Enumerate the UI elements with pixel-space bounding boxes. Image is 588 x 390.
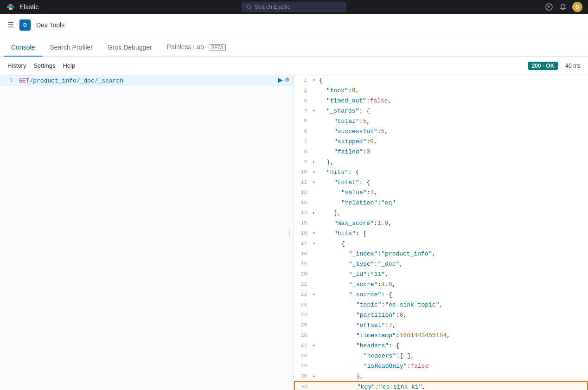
line-number: 10 bbox=[294, 169, 309, 175]
table-row: 1▾{ bbox=[294, 75, 588, 85]
table-row: 29"isReadOnly" : false bbox=[294, 361, 588, 371]
tab-painless-lab[interactable]: Painless Lab BETA bbox=[160, 38, 233, 57]
line-number: 27 bbox=[294, 343, 309, 348]
elastic-logo-area[interactable]: Elastic bbox=[6, 2, 38, 12]
table-row: 4▾"_shards" : { bbox=[294, 106, 588, 116]
beta-badge: BETA bbox=[209, 44, 226, 51]
table-row: 3"timed_out" : false, bbox=[294, 96, 588, 106]
table-row: 27▾"headers" : { bbox=[294, 340, 588, 351]
main-area: 1 GET /product_info/_doc/_search ▶ ⚙ ⋮ 1… bbox=[0, 75, 588, 390]
line-number: 8 bbox=[294, 149, 309, 154]
collapse-toggle[interactable]: ▾ bbox=[313, 108, 318, 114]
table-row: 15"max_score" : 1.0, bbox=[294, 218, 588, 228]
history-button[interactable]: History bbox=[7, 60, 26, 71]
global-search-bar[interactable]: Search Elastic bbox=[242, 2, 346, 12]
line-number: 6 bbox=[294, 128, 309, 134]
line-number: 22 bbox=[294, 292, 309, 297]
line-number: 30 bbox=[294, 373, 309, 379]
request-path: /product_info/_doc/_search bbox=[29, 77, 123, 84]
table-row: 7"skipped" : 0, bbox=[294, 136, 588, 147]
line-number: 16 bbox=[294, 230, 309, 236]
news-icon[interactable] bbox=[544, 2, 554, 12]
search-icon bbox=[246, 4, 252, 10]
collapse-toggle[interactable]: ▸ bbox=[313, 373, 318, 379]
table-row: 22▾"_source" : { bbox=[294, 289, 588, 300]
table-row: 18"_index" : "product_info", bbox=[294, 249, 588, 259]
elastic-title: Elastic bbox=[19, 3, 38, 11]
line-number: 12 bbox=[294, 190, 309, 195]
line-number: 13 bbox=[294, 200, 309, 205]
line-number: 2 bbox=[294, 88, 309, 93]
tabs-bar: Console Search Profiler Grok Debugger Pa… bbox=[0, 36, 588, 57]
collapse-toggle[interactable]: ▸ bbox=[313, 210, 318, 216]
line-number-1: 1 bbox=[4, 77, 13, 84]
notifications-icon[interactable] bbox=[558, 2, 568, 12]
tab-search-profiler[interactable]: Search Profiler bbox=[42, 39, 100, 57]
line-number: 24 bbox=[294, 312, 309, 318]
table-row: 28"headers" : [ ], bbox=[294, 351, 588, 361]
line-number: 14 bbox=[294, 210, 309, 216]
collapse-toggle[interactable]: ▾ bbox=[313, 343, 318, 348]
dev-tools-app-icon: D bbox=[19, 19, 31, 31]
user-avatar[interactable]: D bbox=[572, 2, 582, 12]
line-number: 5 bbox=[294, 118, 309, 124]
line-number: 17 bbox=[294, 241, 309, 246]
line-number: 26 bbox=[294, 332, 309, 338]
table-row: 16▾"hits" : [ bbox=[294, 228, 588, 238]
http-method: GET bbox=[19, 77, 29, 84]
svg-point-3 bbox=[11, 6, 14, 8]
line-number: 21 bbox=[294, 281, 309, 287]
line-number: 18 bbox=[294, 251, 309, 256]
table-row: 24"partition" : 0, bbox=[294, 310, 588, 320]
collapse-toggle[interactable]: ▾ bbox=[313, 241, 318, 246]
table-row: 8"failed" : 0 bbox=[294, 147, 588, 157]
svg-rect-7 bbox=[548, 6, 549, 6]
table-row: 30▸}, bbox=[294, 371, 588, 381]
collapse-toggle[interactable]: ▾ bbox=[313, 169, 318, 175]
line-number: 11 bbox=[294, 179, 309, 185]
help-button[interactable]: Help bbox=[63, 60, 75, 71]
table-row: 20"_id" : "11", bbox=[294, 269, 588, 279]
line-number: 25 bbox=[294, 322, 309, 328]
line-number: 7 bbox=[294, 139, 309, 144]
svg-point-2 bbox=[7, 6, 11, 8]
settings-button[interactable]: Settings bbox=[33, 60, 55, 71]
table-row: 9▸}, bbox=[294, 157, 588, 167]
run-button[interactable]: ▶ bbox=[278, 76, 283, 83]
copy-button[interactable]: ⚙ bbox=[285, 76, 290, 83]
collapse-toggle[interactable]: ▾ bbox=[313, 230, 318, 236]
table-row: 19"_type" : "_doc", bbox=[294, 259, 588, 269]
top-nav: Elastic Search Elastic D bbox=[0, 0, 588, 14]
search-bar-placeholder: Search Elastic bbox=[255, 4, 290, 10]
collapse-toggle[interactable]: ▸ bbox=[313, 159, 318, 165]
collapse-toggle[interactable]: ▾ bbox=[313, 77, 318, 83]
tab-grok-debugger[interactable]: Grok Debugger bbox=[100, 39, 160, 57]
line-number: 29 bbox=[294, 363, 309, 369]
elastic-logo-icon bbox=[6, 2, 16, 12]
tab-console[interactable]: Console bbox=[4, 39, 42, 57]
table-row: 11▾"total" : { bbox=[294, 177, 588, 187]
editor-actions: ▶ ⚙ bbox=[278, 76, 290, 83]
table-row: 26"timestamp" : 1681443455184, bbox=[294, 330, 588, 340]
table-row: 14▸}, bbox=[294, 208, 588, 218]
line-number: 4 bbox=[294, 108, 309, 114]
top-nav-right: D bbox=[544, 2, 582, 12]
editor-line-1[interactable]: 1 GET /product_info/_doc/_search ▶ ⚙ bbox=[0, 75, 294, 86]
line-number: 31 bbox=[295, 384, 310, 390]
table-row: 5"total" : 5, bbox=[294, 116, 588, 126]
table-row: 12"value" : 1, bbox=[294, 187, 588, 198]
editor-panel[interactable]: 1 GET /product_info/_doc/_search ▶ ⚙ ⋮ bbox=[0, 75, 294, 390]
line-number: 1 bbox=[294, 77, 309, 83]
line-number: 9 bbox=[294, 159, 309, 165]
collapse-toggle[interactable]: ▾ bbox=[313, 292, 318, 297]
line-number: 15 bbox=[294, 220, 309, 226]
line-number: 23 bbox=[294, 302, 309, 307]
response-panel[interactable]: 1▾{2"took" : 8,3"timed_out" : false,4▾"_… bbox=[294, 75, 588, 390]
hamburger-menu-icon[interactable]: ☰ bbox=[7, 20, 14, 29]
table-row: 21"_score" : 1.0, bbox=[294, 279, 588, 289]
line-number: 19 bbox=[294, 261, 309, 267]
status-badge: 200 - OK bbox=[528, 62, 558, 70]
collapse-toggle[interactable]: ▾ bbox=[313, 179, 318, 185]
response-content: 1▾{2"took" : 8,3"timed_out" : false,4▾"_… bbox=[294, 75, 588, 390]
table-row: 10▾"hits" : { bbox=[294, 167, 588, 177]
